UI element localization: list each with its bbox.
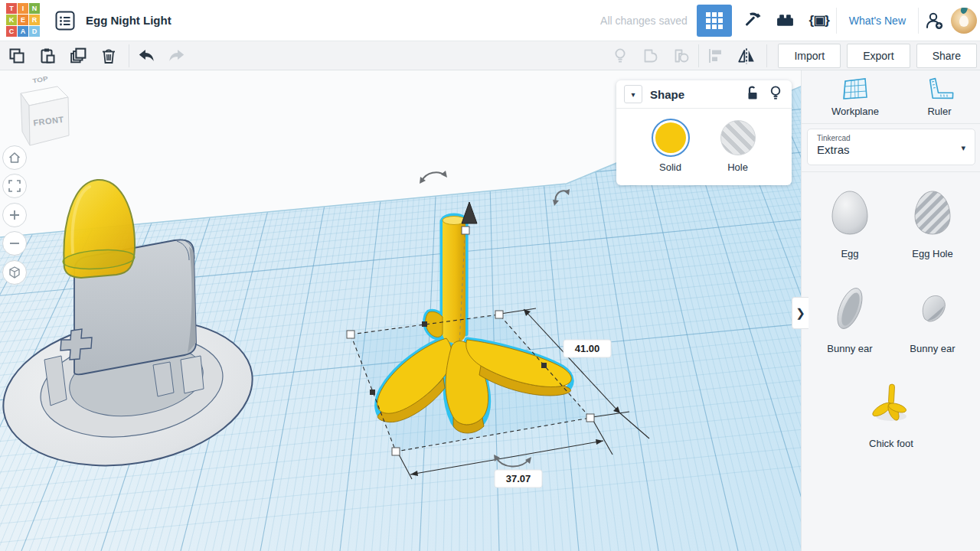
pickaxe-icon xyxy=(742,11,762,31)
shape-item-egg-hole[interactable]: Egg Hole xyxy=(893,187,972,259)
lock-button[interactable] xyxy=(744,83,761,105)
logo-cell: E xyxy=(18,15,28,25)
shapes-sidebar: Workplane Ruler Tinkercad Extras ▾ Egg xyxy=(801,70,980,551)
svg-text:37.07: 37.07 xyxy=(506,473,531,484)
invite-button[interactable] xyxy=(919,5,949,37)
trash-icon xyxy=(100,47,118,65)
zoom-out-button[interactable] xyxy=(2,231,27,256)
chick-foot-thumb xyxy=(864,377,918,430)
fit-view-button[interactable] xyxy=(2,174,27,198)
divider xyxy=(129,44,129,67)
duplicate-icon xyxy=(69,46,88,65)
shape-item-egg[interactable]: Egg xyxy=(810,187,890,259)
workplane-icon xyxy=(839,77,871,103)
solid-swatch[interactable]: Solid xyxy=(652,119,690,173)
dashboard-grid-button[interactable] xyxy=(697,5,732,37)
bunny-ear-thumb xyxy=(823,282,877,335)
lightbulb-icon xyxy=(611,47,629,65)
solid-label: Solid xyxy=(659,161,681,173)
show-all-button[interactable] xyxy=(605,44,635,68)
brick-icon xyxy=(776,11,795,30)
ruler-label: Ruler xyxy=(927,106,951,117)
shape-item-chick-foot[interactable]: Chick foot xyxy=(851,377,931,449)
egg-hole-thumb xyxy=(906,187,959,240)
ungroup-icon xyxy=(672,47,691,65)
align-icon xyxy=(707,47,725,65)
library-group-label: Tinkercad xyxy=(817,134,965,142)
ruler-tool[interactable]: Ruler xyxy=(905,77,974,117)
mirror-icon xyxy=(737,46,756,66)
logo-cell: I xyxy=(18,3,28,14)
perspective-toggle-button[interactable] xyxy=(2,260,27,285)
codeblocks-button[interactable]: {▣} xyxy=(802,5,836,37)
list-menu-icon xyxy=(55,11,75,31)
delete-button[interactable] xyxy=(93,44,124,68)
bricks-button[interactable] xyxy=(769,5,802,37)
whats-new-link[interactable]: What's New xyxy=(837,15,918,27)
logo-cell: T xyxy=(6,3,17,14)
sidebar-collapse-tab[interactable]: ❯ xyxy=(792,297,808,329)
group-button[interactable] xyxy=(635,44,666,68)
autosave-status: All changes saved xyxy=(600,15,688,27)
zoom-in-button[interactable] xyxy=(2,203,27,227)
copy-button[interactable] xyxy=(2,44,32,68)
undo-button[interactable] xyxy=(131,44,162,68)
shape-item-bunny-ear-1[interactable]: Bunny ear xyxy=(810,282,890,354)
lightbulb-icon xyxy=(767,83,784,102)
shape-panel-title: Shape xyxy=(650,88,684,101)
dimension-label-width[interactable]: 37.07 xyxy=(495,470,542,487)
redo-icon xyxy=(167,46,187,66)
shape-item-bunny-ear-2[interactable]: Bunny ear xyxy=(893,282,972,354)
ungroup-button[interactable] xyxy=(666,44,697,68)
shape-panel-collapse-button[interactable]: ▾ xyxy=(624,85,642,103)
logo-cell: K xyxy=(6,15,17,25)
duplicate-button[interactable] xyxy=(63,44,93,68)
sidebar-tools-row: Workplane Ruler xyxy=(802,70,980,124)
page-title: Egg Night Light xyxy=(86,14,172,27)
tinkercad-logo[interactable]: TINKERCAD xyxy=(6,3,41,38)
shape-item-label: Chick foot xyxy=(869,438,913,449)
shape-item-label: Egg Hole xyxy=(912,248,952,259)
align-button[interactable] xyxy=(701,44,731,68)
library-name: Extras xyxy=(817,143,965,156)
workplane-label: Workplane xyxy=(831,106,879,117)
redo-button[interactable] xyxy=(162,44,192,68)
view-cube[interactable]: TOP FRONT xyxy=(21,75,69,145)
logo-cell: A xyxy=(18,26,28,37)
lock-open-icon xyxy=(744,83,761,102)
codeblocks-icon: {▣} xyxy=(809,12,829,28)
solid-color xyxy=(655,122,686,153)
hole-swatch[interactable]: Hole xyxy=(719,119,757,173)
grid-icon xyxy=(706,12,723,29)
share-button[interactable]: Share xyxy=(916,44,977,68)
tinker-button[interactable] xyxy=(735,5,769,37)
paste-button[interactable] xyxy=(32,44,63,68)
bunny-ear-thumb xyxy=(906,282,959,335)
home-view-button[interactable] xyxy=(2,145,27,170)
height-handle[interactable] xyxy=(462,227,469,234)
dimension-label-depth[interactable]: 41.00 xyxy=(564,340,611,357)
shape-inspector-panel: ▾ Shape Solid Hole xyxy=(616,80,792,185)
title-bar: TINKERCAD Egg Night Light All changes sa… xyxy=(0,0,980,41)
logo-cell: N xyxy=(29,3,40,14)
flip-button[interactable] xyxy=(731,44,762,68)
divider xyxy=(766,44,767,67)
import-button[interactable]: Import xyxy=(778,44,841,68)
design-menu-button[interactable] xyxy=(55,11,75,31)
divider xyxy=(698,44,699,67)
ruler-icon xyxy=(923,77,956,103)
divider xyxy=(802,171,980,172)
export-button[interactable]: Export xyxy=(847,44,910,68)
view-cube-top-label[interactable]: TOP xyxy=(32,75,49,84)
group-icon xyxy=(642,47,660,65)
svg-text:41.00: 41.00 xyxy=(575,343,600,354)
user-avatar[interactable] xyxy=(951,8,977,34)
shape-item-label: Bunny ear xyxy=(910,343,955,354)
hide-button[interactable] xyxy=(767,83,784,105)
copy-icon xyxy=(8,47,26,65)
logo-cell: C xyxy=(6,26,17,37)
shape-library-select[interactable]: Tinkercad Extras ▾ xyxy=(807,129,975,165)
chevron-down-icon: ▾ xyxy=(961,143,965,153)
undo-icon xyxy=(136,46,156,66)
workplane-tool[interactable]: Workplane xyxy=(821,77,890,117)
